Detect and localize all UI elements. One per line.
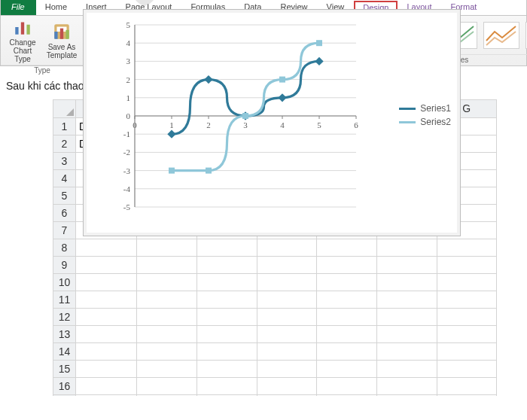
svg-text:5: 5 bbox=[126, 20, 131, 29]
cell-B10[interactable] bbox=[136, 273, 196, 291]
svg-text:2: 2 bbox=[126, 75, 131, 84]
cell-E17[interactable] bbox=[317, 394, 377, 396]
cell-C13[interactable] bbox=[196, 325, 257, 342]
cell-F12[interactable] bbox=[377, 308, 437, 325]
cell-A16[interactable] bbox=[76, 377, 137, 394]
svg-rect-57 bbox=[315, 57, 323, 65]
cell-F16[interactable] bbox=[377, 377, 437, 394]
cell-D14[interactable] bbox=[257, 342, 317, 360]
cell-G17[interactable] bbox=[437, 394, 496, 396]
row-header-9[interactable]: 9 bbox=[53, 256, 76, 273]
cell-E15[interactable] bbox=[317, 360, 377, 377]
cell-G10[interactable] bbox=[437, 273, 496, 291]
cell-G11[interactable] bbox=[437, 291, 496, 308]
cell-A9[interactable] bbox=[76, 256, 137, 273]
change-chart-type-label: Change Chart Type bbox=[5, 38, 40, 63]
cell-E8[interactable] bbox=[317, 239, 377, 256]
cell-F14[interactable] bbox=[377, 342, 437, 360]
cell-E12[interactable] bbox=[317, 308, 377, 325]
cell-G8[interactable] bbox=[437, 239, 496, 256]
cell-F9[interactable] bbox=[377, 256, 437, 273]
cell-A8[interactable] bbox=[76, 239, 137, 256]
cell-G13[interactable] bbox=[437, 325, 496, 342]
cell-A13[interactable] bbox=[76, 325, 137, 342]
cell-E10[interactable] bbox=[317, 273, 377, 291]
svg-text:4: 4 bbox=[280, 120, 285, 129]
cell-G14[interactable] bbox=[437, 342, 496, 360]
cell-C17[interactable] bbox=[196, 394, 257, 396]
cell-D13[interactable] bbox=[257, 325, 317, 342]
row-header-14[interactable]: 14 bbox=[53, 342, 76, 360]
cell-A14[interactable] bbox=[76, 342, 137, 360]
cell-B14[interactable] bbox=[136, 342, 196, 360]
cell-A15[interactable] bbox=[76, 360, 137, 377]
cell-C9[interactable] bbox=[196, 256, 257, 273]
cell-E16[interactable] bbox=[317, 377, 377, 394]
cell-C16[interactable] bbox=[196, 377, 257, 394]
row-header-8[interactable]: 8 bbox=[53, 239, 76, 256]
row-header-10[interactable]: 10 bbox=[53, 273, 76, 291]
svg-text:4: 4 bbox=[126, 38, 131, 47]
svg-rect-56 bbox=[278, 93, 286, 102]
svg-text:-4: -4 bbox=[123, 184, 131, 193]
svg-text:-1: -1 bbox=[123, 129, 130, 138]
cell-A10[interactable] bbox=[76, 273, 137, 291]
cell-B8[interactable] bbox=[136, 239, 196, 256]
cell-E11[interactable] bbox=[317, 291, 377, 308]
cell-E13[interactable] bbox=[317, 325, 377, 342]
svg-text:1: 1 bbox=[126, 93, 131, 102]
cell-F15[interactable] bbox=[377, 360, 437, 377]
cell-B11[interactable] bbox=[136, 291, 196, 308]
cell-C15[interactable] bbox=[196, 360, 257, 377]
cell-E14[interactable] bbox=[317, 342, 377, 360]
cell-B16[interactable] bbox=[136, 377, 196, 394]
cell-B15[interactable] bbox=[136, 360, 196, 377]
cell-G12[interactable] bbox=[437, 308, 496, 325]
cell-C12[interactable] bbox=[196, 308, 257, 325]
cell-A17[interactable] bbox=[76, 394, 137, 396]
cell-A12[interactable] bbox=[76, 308, 137, 325]
cell-D10[interactable] bbox=[257, 273, 317, 291]
svg-rect-60 bbox=[242, 113, 248, 119]
cell-D11[interactable] bbox=[257, 291, 317, 308]
change-chart-type-button[interactable]: Change Chart Type bbox=[5, 17, 40, 63]
cell-B13[interactable] bbox=[136, 325, 196, 342]
row-header-12[interactable]: 12 bbox=[53, 308, 76, 325]
row-header-16[interactable]: 16 bbox=[53, 377, 76, 394]
cell-A11[interactable] bbox=[76, 291, 137, 308]
cell-D8[interactable] bbox=[257, 239, 317, 256]
cell-F17[interactable] bbox=[377, 394, 437, 396]
cell-D16[interactable] bbox=[257, 377, 317, 394]
svg-text:-3: -3 bbox=[123, 166, 131, 175]
cell-C8[interactable] bbox=[196, 239, 257, 256]
tab-file[interactable]: File bbox=[1, 0, 36, 15]
legend-item-1: Series1 bbox=[399, 103, 451, 114]
legend-label-1: Series1 bbox=[420, 103, 451, 114]
cell-B12[interactable] bbox=[136, 308, 196, 325]
row-header-11[interactable]: 11 bbox=[53, 291, 76, 308]
cell-D17[interactable] bbox=[257, 394, 317, 396]
cell-G9[interactable] bbox=[437, 256, 496, 273]
legend-label-2: Series2 bbox=[420, 117, 451, 127]
cell-E9[interactable] bbox=[317, 256, 377, 273]
svg-rect-1 bbox=[21, 23, 24, 35]
cell-D9[interactable] bbox=[257, 256, 317, 273]
cell-F11[interactable] bbox=[377, 291, 437, 308]
cell-C10[interactable] bbox=[196, 273, 257, 291]
svg-rect-61 bbox=[279, 77, 285, 83]
cell-F10[interactable] bbox=[377, 273, 437, 291]
cell-C14[interactable] bbox=[196, 342, 257, 360]
cell-C11[interactable] bbox=[196, 291, 257, 308]
cell-B9[interactable] bbox=[136, 256, 196, 273]
cell-G16[interactable] bbox=[437, 377, 496, 394]
chart-object[interactable]: -5-4-3-2-10123450123456 Series1 Series2 bbox=[83, 9, 461, 236]
cell-B17[interactable] bbox=[136, 394, 196, 396]
cell-F13[interactable] bbox=[377, 325, 437, 342]
cell-D15[interactable] bbox=[257, 360, 317, 377]
row-header-15[interactable]: 15 bbox=[53, 360, 76, 377]
row-header-13[interactable]: 13 bbox=[53, 325, 76, 342]
cell-D12[interactable] bbox=[257, 308, 317, 325]
row-header-17[interactable]: 17 bbox=[53, 394, 76, 396]
cell-F8[interactable] bbox=[377, 239, 437, 256]
cell-G15[interactable] bbox=[437, 360, 496, 377]
